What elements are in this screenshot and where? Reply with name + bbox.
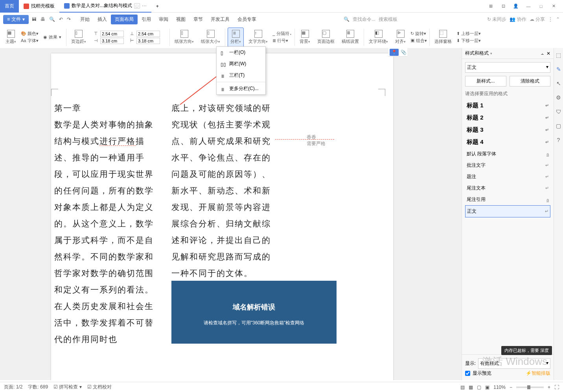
break-button[interactable]: ⎯ 分隔符▾ — [272, 31, 292, 37]
minimize-button[interactable]: — — [523, 2, 534, 11]
tab-more-icon[interactable]: ⋯ — [142, 3, 147, 9]
margin-button[interactable]: ▯页边距▾ — [69, 28, 88, 47]
pin-location-icon[interactable]: 📍 — [390, 49, 399, 56]
current-style-select[interactable]: 正文▾ — [465, 62, 550, 73]
status-page[interactable]: 页面: 1/2 — [4, 384, 22, 390]
zoom-slider[interactable] — [516, 386, 544, 388]
menu-insert[interactable]: 插入 — [94, 15, 111, 24]
color-button[interactable]: 🎨 颜色▾ — [21, 31, 39, 37]
tab-add[interactable]: + — [151, 0, 164, 13]
papersize-button[interactable]: ▯纸张大小▾ — [199, 28, 223, 47]
search-tpl-label[interactable]: 搜索模板 — [379, 16, 397, 23]
tool-screen-icon[interactable]: ▢ — [555, 123, 562, 130]
menu-review[interactable]: 审阅 — [155, 15, 172, 24]
collapse-ribbon-icon[interactable]: ⌃ — [556, 17, 560, 22]
page[interactable]: 第一章 数学是人类对事物的抽象结构与模式进行严格描述、推导的一种通用手段，可以应… — [51, 53, 393, 380]
rotate-button[interactable]: ↻ 旋转▾ — [410, 31, 427, 37]
view-read-icon[interactable]: ▦ — [469, 385, 473, 390]
columns-two[interactable]: ▯▯两栏(W) — [217, 58, 265, 70]
status-words[interactable]: 字数: 689 — [28, 384, 48, 390]
panel-close-icon[interactable]: ✕ — [546, 51, 550, 56]
file-menu[interactable]: ≡ 文件 ▾ — [3, 15, 29, 24]
more-icon[interactable]: ⋮ — [548, 17, 553, 22]
tab-home[interactable]: 首页 — [0, 0, 19, 13]
status-proof[interactable]: ☑ 文档校对 — [87, 384, 112, 390]
fullscreen-icon[interactable]: ⛶ — [554, 385, 559, 390]
menu-view[interactable]: 视图 — [172, 15, 190, 24]
columns-more[interactable]: ⫼更多分栏(C)... — [217, 83, 265, 94]
margin-right-input[interactable] — [136, 38, 160, 44]
menu-devtools[interactable]: 开发工具 — [207, 15, 234, 24]
columns-three[interactable]: ⫼三栏(T) — [217, 70, 265, 81]
style-heading2[interactable]: 标题 2↵ — [465, 112, 550, 124]
style-caption[interactable]: 题注↵ — [465, 171, 550, 182]
layout-icon[interactable]: ⊞ — [485, 2, 496, 11]
menu-reference[interactable]: 引用 — [138, 15, 155, 24]
pageborder-button[interactable]: ▢页面边框 — [315, 28, 337, 47]
paperset-button[interactable]: ≣稿纸设置 — [339, 28, 361, 47]
preview-checkbox[interactable] — [465, 371, 470, 376]
tool-pen-icon[interactable]: ✎ — [555, 66, 562, 73]
close-button[interactable]: ✕ — [548, 2, 559, 11]
smart-format-link[interactable]: ⚡智能排版 — [526, 370, 550, 377]
view-web-icon[interactable]: ▢ — [477, 385, 481, 390]
redo-icon[interactable]: ↷ — [67, 17, 71, 22]
style-endnoteref[interactable]: 尾注引用a — [465, 194, 550, 205]
save-icon[interactable]: 🖬 — [32, 17, 37, 22]
text-column-2[interactable]: 底上，对该研究领域的研究现状（包括主要学术观点、前人研究成果和研究水平、争论焦点… — [171, 100, 275, 282]
view-outline-icon[interactable]: ▣ — [485, 385, 489, 390]
margin-bottom-input[interactable] — [136, 31, 160, 37]
align-button[interactable]: ⫸对齐▾ — [393, 28, 408, 47]
menu-start[interactable]: 开始 — [76, 15, 94, 24]
style-comment[interactable]: 批注文字↵ — [465, 160, 550, 171]
moveup-button[interactable]: ⬆ 上移一层▾ — [456, 31, 481, 37]
tool-settings-icon[interactable]: ⚙ — [555, 94, 562, 101]
text-column-1[interactable]: 第一章 数学是人类对事物的抽象结构与模式进行严格描述、推导的一种通用手段，可以应… — [54, 100, 156, 348]
tab-document[interactable]: 数学是人类对...象结构与模式□⋯ — [59, 0, 151, 13]
view-print-icon[interactable]: ▤ — [460, 385, 465, 390]
collab-label[interactable]: 协作 — [517, 17, 526, 22]
menu-section[interactable]: 章节 — [190, 15, 207, 24]
theme-button[interactable]: ▦主题▾ — [3, 28, 18, 47]
avatar-icon[interactable]: 👤 — [510, 2, 521, 11]
style-defaultfont[interactable]: 默认 段落字体a — [465, 148, 550, 160]
search-cmd-label[interactable]: 查找命令... — [353, 16, 375, 23]
maximize-button[interactable]: □ — [535, 2, 546, 11]
tool-select-icon[interactable]: ⬚ — [555, 52, 562, 59]
status-spell[interactable]: ☑ 拼写检查 ▾ — [53, 384, 82, 390]
columns-button[interactable]: ⫼分栏▾ — [228, 28, 244, 47]
undo-icon[interactable]: ↶ — [59, 17, 63, 22]
tool-shield-icon[interactable]: 🛡 — [555, 109, 562, 116]
columns-one[interactable]: ▯一栏(O) — [217, 47, 265, 58]
preview-icon[interactable]: 🔍 — [49, 17, 55, 22]
lineno-button[interactable]: ≣ 行号▾ — [272, 38, 292, 44]
background-button[interactable]: ▦背景▾ — [297, 28, 313, 47]
font-button[interactable]: Aa 字体▾ — [21, 38, 39, 44]
wrap-button[interactable]: ◧文字环绕▾ — [366, 28, 390, 47]
print-icon[interactable]: 🖶 — [40, 17, 45, 22]
unsync-label[interactable]: 未同步 — [492, 17, 506, 22]
style-heading1[interactable]: 标题 1↵ — [465, 99, 550, 112]
tab-template[interactable]: 找稻壳模板 — [19, 0, 59, 13]
effect-button[interactable]: ◉效果▾ — [41, 28, 64, 47]
textdirection-button[interactable]: ↕文字方向▾ — [246, 28, 270, 47]
tool-help-icon[interactable]: ? — [555, 137, 562, 144]
clear-format-button[interactable]: 清除格式 — [510, 76, 551, 86]
style-body[interactable]: 正文↵ — [465, 205, 550, 217]
style-heading3[interactable]: 标题 3↵ — [465, 124, 550, 136]
tab-close-icon[interactable]: □ — [134, 3, 140, 9]
margin-left-input[interactable] — [100, 38, 124, 44]
margin-top-input[interactable] — [100, 31, 124, 37]
menu-member[interactable]: 会员专享 — [234, 15, 260, 24]
new-style-button[interactable]: 新样式... — [465, 76, 506, 86]
zoom-out-icon[interactable]: − — [510, 385, 512, 390]
combine-button[interactable]: ▣ 组合▾ — [410, 38, 427, 44]
tool-cursor-icon[interactable]: ↖ — [555, 80, 562, 87]
style-endnotetext[interactable]: 尾注文本↵ — [465, 182, 550, 194]
movedown-button[interactable]: ⬇ 下移一层▾ — [456, 38, 481, 44]
share-label[interactable]: 分享 — [535, 17, 545, 22]
style-heading4[interactable]: 标题 4↵ — [465, 136, 550, 148]
apps-icon[interactable]: ⊡ — [498, 2, 509, 11]
menu-pagelayout[interactable]: 页面布局 — [111, 15, 138, 24]
zoom-value[interactable]: 110% — [493, 385, 506, 390]
